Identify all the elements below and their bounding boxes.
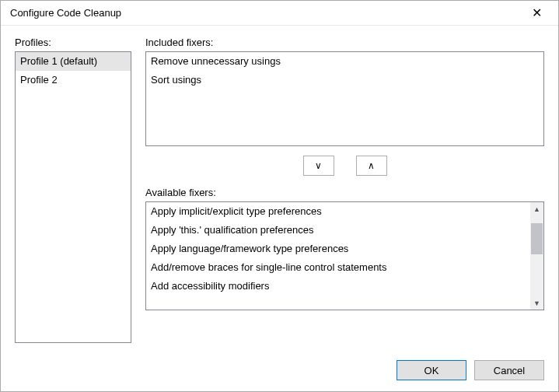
move-buttons-row: ∨ ∧ [145, 146, 544, 187]
available-items: Apply implicit/explicit type preferences… [146, 202, 530, 310]
move-up-button[interactable]: ∧ [356, 156, 387, 176]
chevron-up-icon: ∧ [368, 160, 375, 171]
list-item[interactable]: Sort usings [146, 71, 543, 89]
dialog-content: Profiles: Profile 1 (default) Profile 2 … [1, 26, 558, 351]
list-item[interactable]: Remove unnecessary usings [146, 52, 543, 71]
ok-button[interactable]: OK [397, 360, 466, 380]
move-down-button[interactable]: ∨ [303, 156, 334, 176]
list-item[interactable]: Apply language/framework type preference… [146, 240, 530, 258]
dialog-title: Configure Code Cleanup [10, 7, 521, 19]
fixers-column: Included fixers: Remove unnecessary usin… [145, 37, 544, 343]
cancel-button[interactable]: Cancel [474, 360, 544, 380]
included-label: Included fixers: [145, 37, 544, 48]
list-item[interactable]: Add/remove braces for single-line contro… [146, 258, 530, 277]
close-icon[interactable]: ✕ [521, 2, 552, 25]
available-listbox[interactable]: Apply implicit/explicit type preferences… [145, 201, 544, 310]
list-item[interactable]: Add accessibility modifiers [146, 277, 530, 296]
list-item[interactable]: Apply 'this.' qualification preferences [146, 221, 530, 240]
dialog-window: Configure Code Cleanup ✕ Profiles: Profi… [0, 0, 559, 392]
upper-panes: Profiles: Profile 1 (default) Profile 2 … [15, 37, 544, 343]
scroll-up-icon[interactable]: ▲ [530, 202, 543, 215]
scroll-down-icon[interactable]: ▼ [530, 296, 543, 310]
scrollbar[interactable]: ▲ ▼ [530, 202, 543, 310]
scrollbar-track[interactable] [530, 215, 543, 296]
profiles-column: Profiles: Profile 1 (default) Profile 2 [15, 37, 131, 343]
scrollbar-thumb[interactable] [531, 223, 543, 254]
chevron-down-icon: ∨ [315, 160, 322, 171]
profiles-listbox[interactable]: Profile 1 (default) Profile 2 [15, 51, 131, 343]
list-item[interactable]: Profile 2 [16, 71, 131, 89]
dialog-footer: OK Cancel [1, 351, 558, 391]
list-item[interactable]: Apply implicit/explicit type preferences [146, 202, 530, 221]
list-item[interactable]: Profile 1 (default) [16, 52, 131, 71]
available-label: Available fixers: [145, 187, 544, 198]
titlebar: Configure Code Cleanup ✕ [1, 1, 558, 26]
profiles-label: Profiles: [15, 37, 131, 48]
included-listbox[interactable]: Remove unnecessary usings Sort usings [145, 51, 544, 146]
